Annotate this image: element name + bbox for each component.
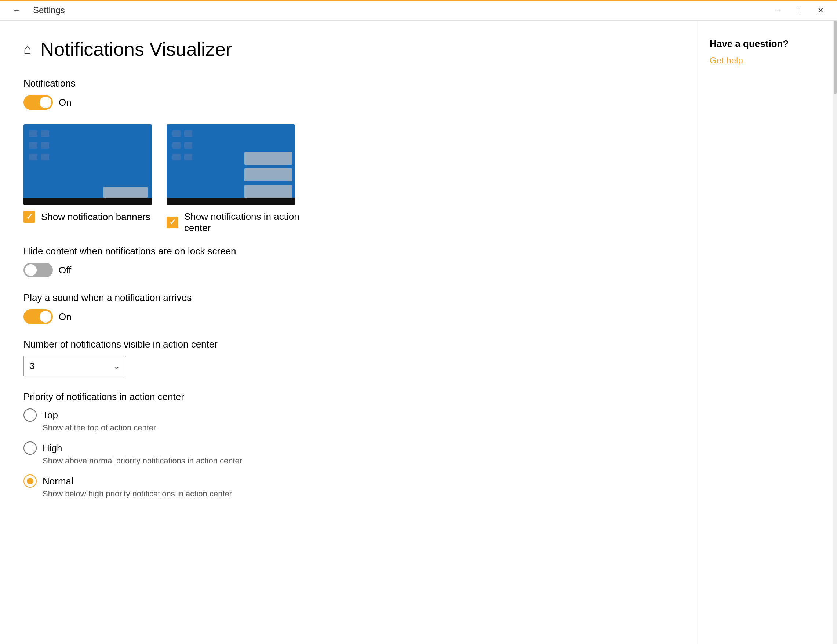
notifications-label: Notifications: [23, 78, 674, 89]
priority-section: Priority of notifications in action cent…: [23, 391, 674, 499]
desktop-icon: [41, 154, 49, 160]
priority-high-row: High: [23, 442, 674, 455]
action-notif-1: [245, 152, 292, 165]
priority-radio-group: Top Show at the top of action center Hig…: [23, 408, 674, 499]
notifications-toggle-label: On: [59, 97, 72, 108]
show-banner-checkbox[interactable]: ✓: [23, 211, 35, 223]
page-title: Notifications Visualizer: [40, 38, 232, 60]
desktop-icon: [172, 130, 181, 137]
chevron-down-icon: ⌄: [114, 362, 120, 371]
show-action-center-checkbox[interactable]: ✓: [167, 217, 178, 228]
lock-screen-toggle[interactable]: [23, 263, 53, 278]
desktop-icon: [30, 154, 38, 160]
sound-section: Play a sound when a notification arrives…: [23, 292, 674, 324]
content-area: ⌂ Notifications Visualizer Notifications…: [0, 21, 698, 644]
desktop-icon: [184, 130, 192, 137]
page-header: ⌂ Notifications Visualizer: [23, 38, 674, 60]
visible-count-section: Number of notifications visible in actio…: [23, 339, 674, 376]
checkmark-icon: ✓: [169, 218, 176, 227]
back-button[interactable]: ←: [6, 0, 27, 21]
desktop-icon: [184, 142, 192, 149]
action-center-label-line2: center: [184, 222, 299, 234]
sound-toggle-row: On: [23, 309, 674, 324]
visible-count-label: Number of notifications visible in actio…: [23, 339, 674, 350]
checkmark-icon: ✓: [26, 212, 33, 222]
action-center-label-container: Show notifications in action center: [184, 211, 299, 234]
priority-high-label: High: [43, 442, 62, 454]
action-center-preview-image: [167, 125, 295, 205]
priority-high-desc: Show above normal priority notifications…: [43, 456, 674, 466]
get-help-link[interactable]: Get help: [710, 56, 743, 65]
help-title: Have a question?: [710, 38, 825, 49]
banner-notif-block: [103, 187, 148, 198]
lock-screen-toggle-row: Off: [23, 263, 674, 278]
action-notif-3: [245, 185, 292, 198]
priority-top-label: Top: [43, 409, 58, 421]
priority-top-desc: Show at the top of action center: [43, 423, 674, 433]
priority-normal-item: Normal Show below high priority notifica…: [23, 475, 674, 499]
priority-label: Priority of notifications in action cent…: [23, 391, 674, 402]
priority-top-row: Top: [23, 408, 674, 422]
title-bar-controls: − □ ✕: [767, 0, 831, 21]
priority-normal-label: Normal: [43, 476, 73, 487]
home-icon[interactable]: ⌂: [23, 41, 31, 57]
action-center-label-line1: Show notifications in action: [184, 211, 299, 222]
sound-toggle-label: On: [59, 311, 72, 322]
sound-toggle[interactable]: [23, 309, 53, 324]
desktop-icon: [41, 142, 49, 149]
dropdown-value: 3: [30, 361, 34, 371]
maximize-button[interactable]: □: [789, 0, 810, 21]
priority-top-item: Top Show at the top of action center: [23, 408, 674, 433]
action-center-checkbox-row: ✓ Show notifications in action center: [167, 211, 299, 234]
notifications-toggle[interactable]: [23, 95, 53, 110]
scroll-indicator[interactable]: [833, 21, 837, 644]
lock-screen-label: Hide content when notifications are on l…: [23, 245, 674, 257]
priority-high-item: High Show above normal priority notifica…: [23, 442, 674, 466]
preview-area: ✓ Show notification banners: [23, 125, 674, 234]
visible-count-dropdown[interactable]: 3 ⌄: [23, 356, 126, 376]
desktop-icon: [184, 154, 192, 160]
desktop-icon: [172, 142, 181, 149]
desktop-icons-banner: [30, 130, 50, 174]
banner-checkbox-row: ✓ Show notification banners: [23, 211, 152, 223]
scroll-thumb: [834, 21, 837, 94]
desktop-icon: [172, 154, 181, 160]
show-banner-label: Show notification banners: [41, 211, 151, 223]
priority-top-radio[interactable]: [23, 408, 37, 422]
banner-preview-item: ✓ Show notification banners: [23, 125, 152, 234]
title-bar: ← Settings − □ ✕: [0, 0, 837, 21]
desktop-icon: [41, 130, 49, 137]
lock-screen-toggle-label: Off: [59, 264, 71, 276]
banner-preview-image: [23, 125, 152, 205]
right-sidebar: Have a question? Get help: [698, 21, 837, 644]
taskbar-banner: [23, 198, 152, 205]
priority-high-radio[interactable]: [23, 442, 37, 455]
minimize-button[interactable]: −: [767, 0, 789, 21]
action-notif-2: [245, 168, 292, 181]
notifications-section: Notifications On: [23, 78, 674, 110]
desktop-icon: [30, 130, 38, 137]
desktop-icons-action: [172, 130, 193, 174]
close-button[interactable]: ✕: [810, 0, 831, 21]
priority-normal-desc: Show below high priority notifications i…: [43, 489, 674, 499]
desktop-icon: [30, 142, 38, 149]
sound-label: Play a sound when a notification arrives: [23, 292, 674, 304]
priority-normal-row: Normal: [23, 475, 674, 488]
lock-screen-section: Hide content when notifications are on l…: [23, 245, 674, 278]
action-center-preview-item: ✓ Show notifications in action center: [167, 125, 299, 234]
taskbar-action: [167, 198, 295, 205]
title-bar-left: ← Settings: [6, 0, 65, 21]
notifications-toggle-row: On: [23, 95, 674, 110]
priority-normal-radio[interactable]: [23, 475, 37, 488]
title-bar-title: Settings: [33, 5, 65, 15]
main-container: ⌂ Notifications Visualizer Notifications…: [0, 21, 837, 644]
